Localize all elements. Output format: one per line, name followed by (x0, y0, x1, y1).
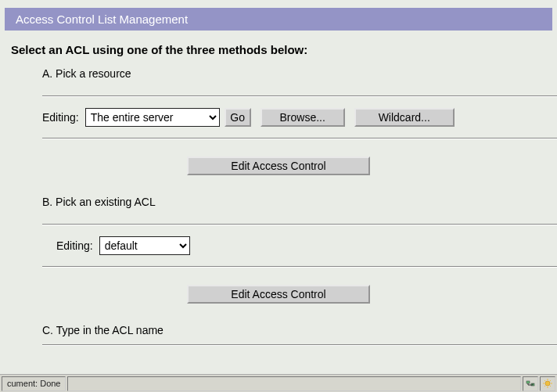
edit-access-control-b-button[interactable]: Edit Access Control (187, 285, 370, 304)
section-c-label: C. Type in the ACL name (0, 321, 557, 344)
section-a-edit-row: Edit Access Control (0, 139, 557, 192)
resource-select[interactable]: The entire server (85, 108, 220, 127)
svg-line-8 (550, 386, 551, 387)
acl-select[interactable]: default (99, 236, 190, 255)
section-a-label: A. Pick a resource (0, 64, 557, 95)
divider (42, 344, 557, 346)
editing-label-b: Editing: (56, 239, 93, 252)
status-text: cument: Done (2, 376, 66, 391)
page-title: Access Control List Management (16, 13, 188, 26)
edit-access-control-a-button[interactable]: Edit Access Control (187, 156, 370, 175)
svg-line-7 (544, 380, 545, 381)
svg-point-2 (545, 381, 550, 386)
sub-heading: Select an ACL using one of the three met… (0, 40, 557, 64)
section-b-edit-row: Edit Access Control (0, 268, 557, 321)
section-b-label: B. Pick an existing ACL (0, 192, 557, 224)
connection-icon (525, 378, 536, 389)
status-bar: cument: Done (0, 374, 557, 392)
go-button[interactable]: Go (225, 108, 251, 127)
editing-label-a: Editing: (42, 111, 79, 124)
section-b-row: Editing: default (0, 225, 557, 266)
status-cell (540, 376, 555, 391)
wildcard-button[interactable]: Wildcard... (354, 108, 455, 127)
page-header: Access Control List Management (5, 8, 552, 31)
sun-icon (542, 378, 553, 389)
section-a-row: Editing: The entire server Go Browse... … (0, 97, 557, 138)
svg-line-9 (544, 386, 545, 387)
svg-line-10 (550, 380, 551, 381)
status-spacer (67, 376, 521, 391)
status-cell (523, 376, 538, 391)
browse-button[interactable]: Browse... (261, 108, 345, 127)
svg-rect-0 (526, 381, 530, 383)
